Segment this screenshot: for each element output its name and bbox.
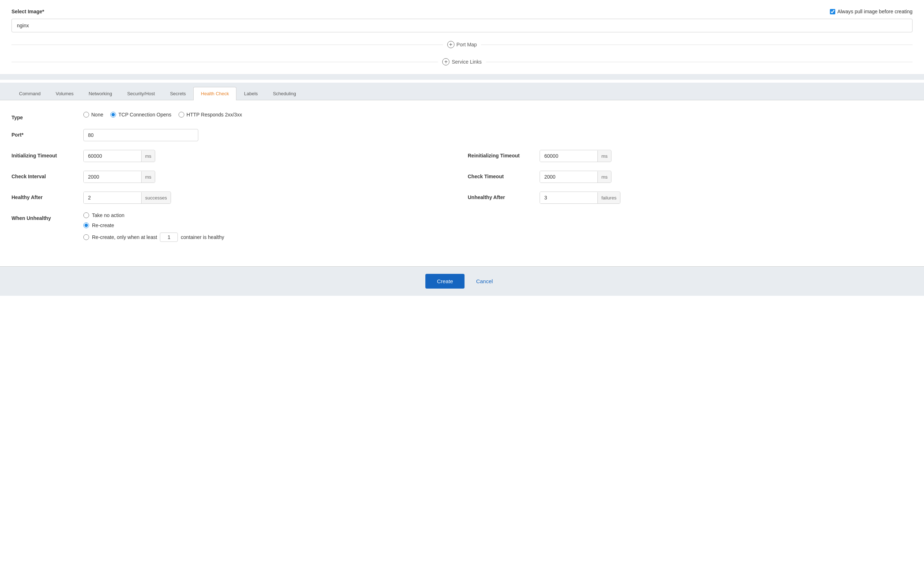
healthy-after-label: Healthy After <box>11 192 83 200</box>
healthy-after-input[interactable] <box>84 192 141 203</box>
type-none-label: None <box>91 112 103 118</box>
healthy-after-unit: successes <box>141 192 171 203</box>
reinit-timeout-input[interactable] <box>540 150 598 162</box>
always-pull-text: Always pull image before creating <box>837 9 913 14</box>
port-input[interactable] <box>83 129 198 141</box>
check-timeout-controls: ms <box>540 171 913 183</box>
check-timeout-label: Check Timeout <box>468 171 540 179</box>
when-unhealthy-label: When Unhealthy <box>11 212 83 221</box>
tab-volumes[interactable]: Volumes <box>48 87 81 100</box>
container-count-input[interactable] <box>160 232 178 242</box>
select-image-header: Select Image* Always pull image before c… <box>11 9 913 14</box>
tabs-bar: Command Volumes Networking Security/Host… <box>0 83 924 100</box>
image-input[interactable] <box>11 19 913 32</box>
port-map-label: Port Map <box>456 42 477 48</box>
check-timeout-unit: ms <box>598 172 611 183</box>
tab-scheduling[interactable]: Scheduling <box>265 87 304 100</box>
port-map-divider: + Port Map <box>11 40 913 49</box>
top-section: Select Image* Always pull image before c… <box>0 0 924 67</box>
init-timeout-label: Initializing Timeout <box>11 150 83 159</box>
service-links-divider: + Service Links <box>11 57 913 67</box>
tab-labels[interactable]: Labels <box>236 87 265 100</box>
timeout-row: Initializing Timeout ms Reinitializing T… <box>11 150 913 162</box>
when-unhealthy-section: When Unhealthy Take no action Re-create … <box>11 212 913 242</box>
main-content: Type None TCP Connection Opens HTTP Resp… <box>0 100 924 259</box>
when-unhealthy-recreate-radio[interactable] <box>83 222 89 228</box>
when-unhealthy-recreate-label: Re-create <box>92 222 114 228</box>
type-http-label: HTTP Responds 2xx/3xx <box>187 112 242 118</box>
type-http-option[interactable]: HTTP Responds 2xx/3xx <box>179 112 242 118</box>
when-unhealthy-no-action[interactable]: Take no action <box>83 212 224 218</box>
unhealthy-after-input[interactable] <box>540 192 598 203</box>
reinit-timeout-input-group: ms <box>540 150 612 162</box>
type-label: Type <box>11 112 83 121</box>
check-interval-unit: ms <box>141 172 155 183</box>
when-unhealthy-recreate-when-text: Re-create, only when at least <box>92 234 157 240</box>
reinit-timeout-unit: ms <box>598 151 611 162</box>
divider-line-left <box>11 44 443 45</box>
port-label: Port* <box>11 129 83 138</box>
port-map-button[interactable]: + Port Map <box>443 40 482 49</box>
create-button[interactable]: Create <box>425 274 464 289</box>
port-row: Port* <box>11 129 913 141</box>
when-unhealthy-options: Take no action Re-create Re-create, only… <box>83 212 224 242</box>
reinit-timeout-label: Reinitializing Timeout <box>468 150 540 159</box>
always-pull-checkbox[interactable] <box>830 9 835 14</box>
check-interval-input-group: ms <box>83 171 155 183</box>
tab-networking[interactable]: Networking <box>81 87 120 100</box>
type-none-radio[interactable] <box>83 112 89 118</box>
tab-health-check[interactable]: Health Check <box>193 87 236 100</box>
type-tcp-label: TCP Connection Opens <box>118 112 171 118</box>
tab-security-host[interactable]: Security/Host <box>120 87 162 100</box>
init-timeout-unit: ms <box>141 151 155 162</box>
service-links-button[interactable]: + Service Links <box>438 57 486 67</box>
divider-line-right <box>481 44 913 45</box>
healthy-after-controls: successes <box>83 192 456 204</box>
type-tcp-option[interactable]: TCP Connection Opens <box>110 112 171 118</box>
check-timeout-input-group: ms <box>540 171 612 183</box>
healthy-after-input-group: successes <box>83 192 171 204</box>
init-timeout-input[interactable] <box>84 150 141 162</box>
check-interval-label: Check Interval <box>11 171 83 179</box>
check-interval-input[interactable] <box>84 171 141 183</box>
type-tcp-radio[interactable] <box>110 112 116 118</box>
type-http-radio[interactable] <box>179 112 184 118</box>
check-timeout-input[interactable] <box>540 171 598 183</box>
when-unhealthy-no-action-label: Take no action <box>92 212 124 218</box>
unhealthy-after-label: Unhealthy After <box>468 192 540 200</box>
interval-row: Check Interval ms Check Timeout ms <box>11 171 913 183</box>
when-unhealthy-recreate[interactable]: Re-create <box>83 222 224 228</box>
when-unhealthy-recreate-when[interactable]: Re-create, only when at least container … <box>83 232 224 242</box>
unhealthy-after-controls: failures <box>540 192 913 204</box>
unhealthy-after-unit: failures <box>598 192 620 203</box>
type-row: Type None TCP Connection Opens HTTP Resp… <box>11 112 913 121</box>
when-unhealthy-suffix: container is healthy <box>181 234 224 240</box>
init-timeout-input-group: ms <box>83 150 155 162</box>
healthy-row: Healthy After successes Unhealthy After … <box>11 192 913 204</box>
when-unhealthy-recreate-when-radio[interactable] <box>83 234 89 240</box>
port-map-plus-icon: + <box>447 41 455 48</box>
type-radio-group: None TCP Connection Opens HTTP Responds … <box>83 112 913 118</box>
footer-bar: Create Cancel <box>0 266 924 296</box>
init-timeout-controls: ms <box>83 150 456 162</box>
service-links-label: Service Links <box>452 59 482 65</box>
spacer <box>0 74 924 80</box>
unhealthy-after-input-group: failures <box>540 192 620 204</box>
tab-command[interactable]: Command <box>11 87 48 100</box>
select-image-label: Select Image* <box>11 9 44 14</box>
when-unhealthy-no-action-radio[interactable] <box>83 212 89 218</box>
reinit-timeout-controls: ms <box>540 150 913 162</box>
check-interval-controls: ms <box>83 171 456 183</box>
port-controls <box>83 129 913 141</box>
cancel-button[interactable]: Cancel <box>470 274 499 289</box>
service-links-plus-icon: + <box>442 58 449 65</box>
type-none-option[interactable]: None <box>83 112 103 118</box>
always-pull-label[interactable]: Always pull image before creating <box>830 9 913 14</box>
tab-secrets[interactable]: Secrets <box>162 87 193 100</box>
